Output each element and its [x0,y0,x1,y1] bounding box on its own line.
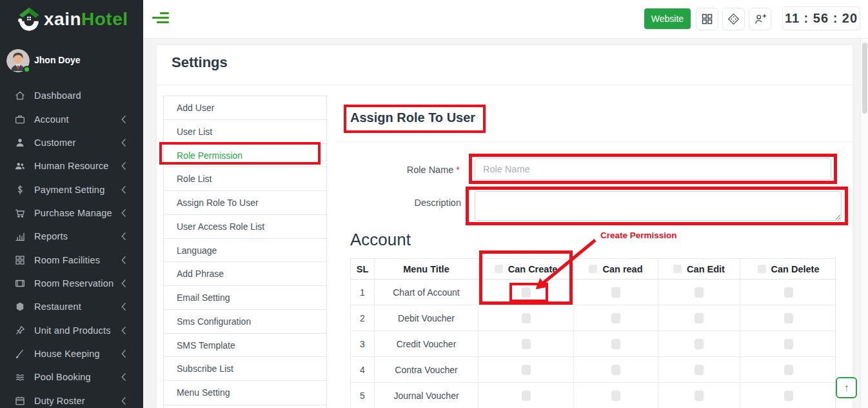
settings-menu-item-email-setting[interactable]: Email Setting [164,286,326,310]
col-header-can-delete: Can Delete [740,259,836,280]
users-icon [14,160,27,172]
brand-logo[interactable]: xainHotel [0,0,143,39]
sidebar-item-unit-and-products[interactable]: Unit and Products [0,318,143,342]
sl-cell: 4 [351,357,375,383]
settings-menu-item-sms-template[interactable]: SMS Template [164,334,326,358]
sidebar-item-payment-setting[interactable]: Payment Setting [0,178,143,201]
menu-title-cell: Debit Voucher [375,305,478,331]
column-checkbox[interactable] [758,265,766,273]
role-name-input[interactable] [475,158,831,180]
sidebar-item-account[interactable]: Account [0,107,143,130]
can-create-checkbox[interactable] [522,287,531,298]
sidebar-item-restaurent[interactable]: Restaurent [0,295,143,318]
brand-name: xainHotel [44,9,128,30]
can-delete-checkbox[interactable] [784,391,793,401]
settings-menu-item-language[interactable]: Language [164,239,326,263]
can-edit-checkbox[interactable] [695,287,704,298]
sidebar-item-room-reservation[interactable]: Room Reservation [0,272,143,295]
user-profile[interactable]: Jhon Doye [0,46,143,79]
table-header-row: SL Menu Title Can Create Can read Can Ed… [351,259,835,280]
avatar [6,49,30,72]
can-create-checkbox[interactable] [522,313,531,323]
can-create-checkbox[interactable] [522,339,531,349]
scroll-to-top-button[interactable]: ↑ [836,377,857,398]
can-read-checkbox[interactable] [611,365,620,375]
home-icon [14,90,27,101]
chevron-left-icon [121,232,126,241]
page-title: Settings [172,54,228,71]
chevron-left-icon [121,396,126,405]
can-edit-checkbox[interactable] [695,313,704,323]
sidebar-item-reports[interactable]: Reports [0,225,143,248]
briefcase-icon [14,114,27,125]
settings-menu-item-user-list[interactable]: User List [164,120,326,144]
settings-menu-item-role-permission[interactable]: Role Permission [164,144,326,168]
col-header-can-edit: Can Edit [658,259,740,280]
settings-menu-item-menu-setting[interactable]: Menu Setting [164,381,326,405]
card-icon [14,278,27,289]
required-mark: * [456,165,460,175]
sidebar-item-pool-booking[interactable]: Pool Booking [0,365,143,389]
chevron-left-icon [121,326,126,335]
chevron-left-icon [121,185,126,194]
chevron-left-icon [121,138,126,147]
can-create-checkbox[interactable] [522,391,531,401]
sidebar-item-house-keeping[interactable]: House Keeping [0,342,143,365]
table-row: 3 Credit Voucher [351,331,835,357]
sidebar-item-customer[interactable]: Customer [0,131,143,154]
settings-menu-item-subscribe-list[interactable]: Subscribe List [164,357,326,381]
sidebar-item-human-resource[interactable]: Human Resource [0,154,143,178]
settings-menu-item-role-list[interactable]: Role List [164,167,326,191]
scrollbar[interactable] [860,39,868,408]
sidebar-item-duty-roster[interactable]: Duty Roster [0,389,143,408]
chevron-left-icon [121,279,126,288]
permissions-table: SL Menu Title Can Create Can read Can Ed… [350,258,836,408]
can-edit-checkbox[interactable] [695,365,704,375]
column-checkbox[interactable] [589,265,597,273]
chevron-left-icon [121,256,126,265]
column-checkbox[interactable] [673,265,682,273]
can-edit-checkbox[interactable] [695,339,704,349]
can-read-checkbox[interactable] [611,287,620,298]
description-textarea[interactable] [475,191,842,221]
can-read-checkbox[interactable] [611,391,620,401]
apps-grid-icon[interactable] [696,8,718,30]
diamond-move-icon[interactable] [722,8,745,30]
create-permission-annotation: Create Permission [600,230,677,240]
sidebar: xainHotel Jhon Doye Dashboard Account [0,0,143,408]
waves-icon [14,371,27,383]
can-delete-checkbox[interactable] [784,313,793,323]
add-user-icon[interactable] [749,8,771,30]
menu-title-cell: Chart of Account [375,280,478,305]
chevron-left-icon [121,372,126,382]
can-read-checkbox[interactable] [611,313,620,323]
website-button[interactable]: Website [644,8,691,29]
settings-menu-item-sms-configuration[interactable]: Sms Configuration [164,310,326,334]
hexagon-icon [14,301,27,312]
divider [336,141,853,142]
topbar: Website 11 : 56 : 20 [143,0,868,39]
settings-menu: Add User User List Role Permission Role … [163,96,327,408]
cart-icon [14,207,27,219]
hamburger-menu-icon[interactable] [152,12,169,25]
can-create-checkbox[interactable] [522,365,531,375]
sidebar-item-dashboard[interactable]: Dashboard [0,84,143,107]
menu-title-cell: Credit Voucher [375,331,478,357]
can-delete-checkbox[interactable] [784,339,793,349]
can-delete-checkbox[interactable] [784,287,793,298]
settings-menu-item-add-phrase[interactable]: Add Phrase [164,262,326,286]
menu-title-cell: Journal Voucher [375,383,478,408]
user-name: Jhon Doye [34,55,81,65]
settings-menu-item-user-access-role-list[interactable]: User Access Role List [164,215,326,239]
sidebar-item-room-facilities[interactable]: Room Facilities [0,248,143,271]
sidebar-item-purchase-manage[interactable]: Purchase Manage [0,201,143,225]
settings-menu-item-add-user[interactable]: Add User [164,96,326,120]
table-row: 1 Chart of Account [351,280,835,305]
table-body: 1 Chart of Account 2 Debit Voucher 3 Cre… [351,280,835,408]
settings-menu-item-assign-role-to-user[interactable]: Assign Role To User [164,191,326,215]
can-read-checkbox[interactable] [611,339,620,349]
can-delete-checkbox[interactable] [784,365,793,375]
can-edit-checkbox[interactable] [695,391,704,401]
scrollbar-thumb[interactable] [862,43,867,114]
column-checkbox[interactable] [495,265,503,273]
